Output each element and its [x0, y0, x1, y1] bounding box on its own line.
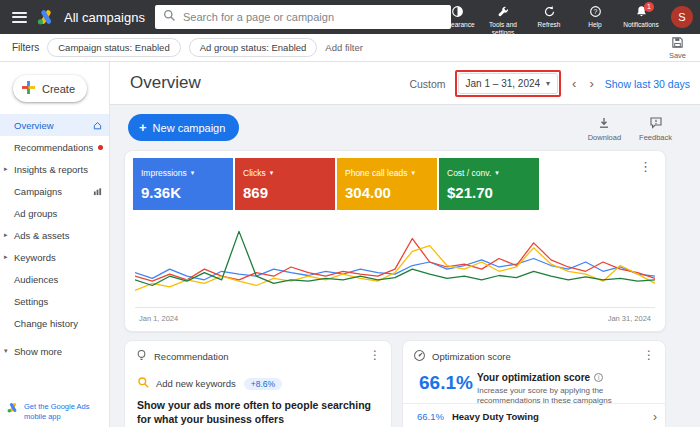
dropdown-arrow-icon: ▾: [546, 79, 550, 88]
home-icon: [93, 121, 102, 130]
recommendation-headline: Show your ads more often to people searc…: [125, 398, 391, 426]
sidebar-item-ads-assets[interactable]: ▸ Ads & assets: [0, 224, 109, 246]
sidebar-item-recommendations[interactable]: Recommendations: [0, 136, 109, 158]
tools-settings-button[interactable]: Tools and settings: [480, 1, 526, 36]
recommendation-card: Recommendation ⋮ Add new keywords +8.6% …: [124, 340, 392, 427]
date-range-selector[interactable]: Jan 1 – 31, 2024 ▾: [458, 73, 559, 94]
campaign-score: 66.1%: [417, 411, 444, 422]
avatar-initial: S: [678, 11, 685, 23]
metric-value: 9.36K: [141, 184, 225, 201]
optimization-card-header: Optimization score ⋮: [403, 341, 665, 368]
sidebar-item-change-history[interactable]: Change history: [0, 312, 109, 334]
campaign-name: Heavy Duty Towing: [452, 411, 539, 422]
page-context-title: All campaigns: [64, 10, 145, 25]
expand-arrow-icon: ▸: [4, 231, 8, 239]
sidebar-item-settings[interactable]: Settings: [0, 290, 109, 312]
chevron-right-icon: ›: [653, 410, 657, 424]
help-label: Help: [588, 21, 601, 29]
uplift-badge: +8.6%: [244, 378, 282, 390]
feedback-button[interactable]: Feedback: [639, 116, 672, 142]
bar-chart-icon: [93, 187, 102, 196]
help-icon: ?: [589, 5, 602, 21]
notification-badge: 1: [644, 2, 654, 12]
next-period-button[interactable]: ›: [587, 76, 595, 91]
sidebar-item-overview[interactable]: Overview: [0, 114, 109, 136]
overview-chart-panel: Impressions▾ 9.36K Clicks▾ 869 Phone cal…: [124, 150, 666, 332]
refresh-label: Refresh: [538, 21, 561, 29]
expand-arrow-icon: ▸: [4, 253, 8, 261]
metric-label: Clicks: [243, 168, 266, 178]
lightbulb-icon: [135, 349, 148, 364]
overflow-menu-icon[interactable]: ⋮: [632, 157, 659, 176]
optimization-score-value: 66.1%: [419, 372, 473, 394]
optimization-score-text: Your optimization score i Increase your …: [477, 372, 647, 407]
filter-chip-adgroup-status[interactable]: Ad group status: Enabled: [189, 38, 318, 57]
sidebar-item-label: Keywords: [14, 252, 56, 263]
help-button[interactable]: ? Help: [572, 1, 618, 36]
metric-card-cost-per-conv[interactable]: Cost / conv.▾ $21.70: [439, 158, 539, 210]
campaign-score-row[interactable]: 66.1% Heavy Duty Towing ›: [403, 403, 665, 427]
metric-card-phone-call-leads[interactable]: Phone call leads▾ 304.00: [337, 158, 437, 210]
search-placeholder: Search for a page or campaign: [183, 11, 334, 23]
metric-value: $21.70: [447, 184, 531, 201]
save-icon: [671, 36, 684, 51]
appearance-label: Appearance: [439, 21, 474, 29]
filter-chip-campaign-status[interactable]: Campaign status: Enabled: [47, 38, 180, 57]
report-actions: Download Feedback: [588, 116, 672, 142]
expand-arrow-icon: ▸: [4, 165, 8, 173]
sidebar-item-ad-groups[interactable]: Ad groups: [0, 202, 109, 224]
save-button[interactable]: Save: [665, 36, 690, 60]
sidebar-item-campaigns[interactable]: Campaigns: [0, 180, 109, 202]
sidebar-item-label: Ad groups: [14, 208, 57, 219]
mobile-app-link[interactable]: Get the Google Ads mobile app: [7, 402, 105, 421]
overflow-menu-icon[interactable]: ⋮: [361, 346, 389, 364]
topbar-actions: Appearance Tools and settings Refresh ? …: [434, 1, 664, 36]
main-content: Overview Custom Jan 1 – 31, 2024 ▾ ‹ › S…: [110, 62, 700, 427]
menu-icon[interactable]: [12, 12, 27, 23]
tools-settings-label: Tools and settings: [480, 21, 526, 37]
sidebar-item-insights-reports[interactable]: ▸ Insights & reports: [0, 158, 109, 180]
top-app-bar: All campaigns Search for a page or campa…: [0, 0, 700, 34]
wrench-icon: [497, 5, 510, 21]
add-filter-button[interactable]: Add filter: [325, 42, 363, 53]
sidebar-item-audiences[interactable]: Audiences: [0, 268, 109, 290]
sidebar-item-label: Show more: [14, 346, 62, 357]
dropdown-arrow-icon: ▾: [495, 169, 499, 177]
sidebar-item-keywords[interactable]: ▸ Keywords: [0, 246, 109, 268]
sidebar-item-show-more[interactable]: ▾ Show more: [0, 340, 109, 362]
new-campaign-label: New campaign: [153, 122, 226, 134]
sidebar-item-label: Recommendations: [14, 142, 93, 153]
metric-label: Cost / conv.: [447, 168, 491, 178]
metric-card-clicks[interactable]: Clicks▾ 869: [235, 158, 335, 210]
notifications-label: Notifications: [623, 21, 658, 29]
save-label: Save: [669, 51, 686, 60]
dropdown-arrow-icon: ▾: [270, 169, 274, 177]
sidebar-item-label: Change history: [14, 318, 78, 329]
search-input[interactable]: Search for a page or campaign: [155, 5, 451, 29]
metric-value: 869: [243, 184, 327, 201]
performance-line-chart: [135, 217, 655, 307]
page-title: Overview: [130, 73, 201, 93]
optimization-headline: Your optimization score: [477, 372, 590, 383]
sidebar-item-label: Settings: [14, 296, 48, 307]
show-last-30-days-link[interactable]: Show last 30 days: [605, 78, 690, 90]
previous-period-button[interactable]: ‹: [570, 76, 578, 91]
metric-card-impressions[interactable]: Impressions▾ 9.36K: [133, 158, 233, 210]
recommendation-item[interactable]: Add new keywords +8.6%: [125, 376, 391, 391]
download-button[interactable]: Download: [588, 116, 621, 142]
sidebar: Create Overview Recommendations ▸ Insigh…: [0, 62, 110, 427]
appearance-button[interactable]: Appearance: [434, 1, 480, 36]
overflow-menu-icon[interactable]: ⋮: [635, 346, 663, 364]
notifications-button[interactable]: 1 Notifications: [618, 1, 664, 36]
annotation-highlight: Jan 1 – 31, 2024 ▾: [455, 70, 562, 97]
date-range-value: Jan 1 – 31, 2024: [466, 78, 541, 89]
create-button[interactable]: Create: [13, 75, 87, 102]
new-campaign-button[interactable]: + New campaign: [128, 114, 239, 141]
optimization-card-title: Optimization score: [432, 351, 511, 362]
google-ads-logo-small: [7, 402, 19, 415]
google-ads-logo: [37, 9, 55, 25]
refresh-button[interactable]: Refresh: [526, 1, 572, 36]
gauge-icon: [413, 349, 426, 364]
avatar[interactable]: S: [671, 6, 693, 28]
info-icon[interactable]: i: [594, 373, 603, 382]
